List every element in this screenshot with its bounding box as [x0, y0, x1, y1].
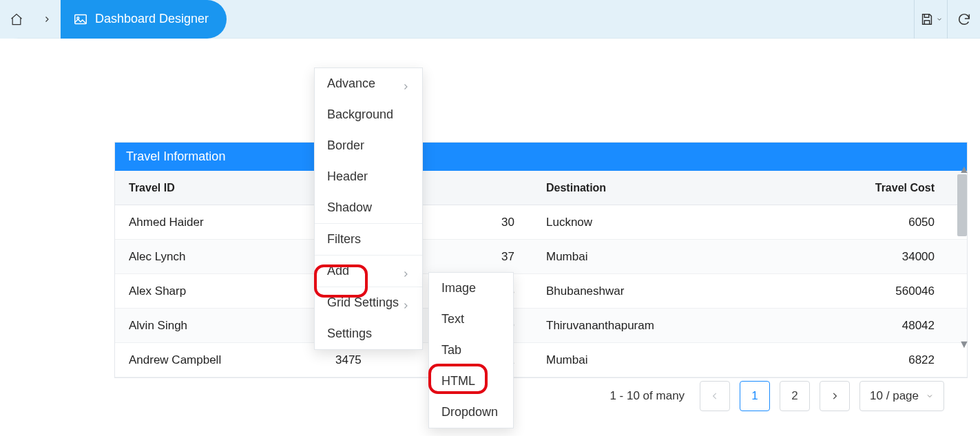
table-row[interactable]: Alex Sharp 5086 23 Bhubaneshwar 560046 [115, 274, 967, 309]
breadcrumb-title: Dashboard Designer [95, 12, 209, 26]
cell-name: Ahmed Haider [129, 216, 335, 229]
menu-header[interactable]: Header [315, 161, 422, 192]
refresh-button[interactable] [947, 0, 980, 39]
submenu-dropdown[interactable]: Dropdown [429, 397, 513, 428]
table-row[interactable]: Andrew Campbell 3475 31 Mumbai 6822 [115, 343, 967, 377]
page-prev-button[interactable] [700, 381, 730, 411]
image-icon [73, 12, 88, 27]
breadcrumb-current[interactable]: Dashboard Designer [61, 0, 227, 39]
table-row[interactable]: Alec Lynch 508 37 Mumbai 34000 [115, 240, 967, 274]
col-header-destination[interactable]: Destination [542, 182, 769, 194]
menu-settings[interactable]: Settings [315, 318, 422, 349]
chevron-right-icon [43, 14, 51, 25]
table-row[interactable]: Alvin Singh 715 19 Thiruvananthapuram 48… [115, 309, 967, 343]
menu-label: Text [441, 312, 464, 326]
cell-age: 37 [501, 250, 514, 264]
chevron-right-icon [402, 270, 410, 278]
pagination: 1 - 10 of many 1 2 10 / page [114, 375, 968, 417]
cell-name: Alvin Singh [129, 319, 335, 333]
menu-grid-settings[interactable]: Grid Settings [315, 287, 422, 318]
menu-label: Border [327, 138, 364, 153]
menu-label: Settings [327, 326, 372, 341]
menu-label: Tab [441, 343, 461, 357]
card-title: Travel Information [115, 143, 967, 171]
submenu-image[interactable]: Image [429, 273, 513, 304]
home-button[interactable] [0, 0, 33, 39]
cell-destination: Mumbai [542, 250, 769, 264]
chevron-down-icon [926, 392, 934, 400]
menu-border[interactable]: Border [315, 130, 422, 161]
menu-label: Header [327, 169, 368, 184]
menu-label: Dropdown [441, 405, 498, 419]
chevron-left-icon [710, 391, 720, 401]
cell-destination: Lucknow [542, 216, 769, 229]
chevron-right-icon [830, 391, 840, 401]
context-submenu-add: Image Text Tab HTML Dropdown [428, 272, 514, 428]
cell-cost: 48042 [769, 319, 962, 333]
chevron-down-icon [936, 16, 943, 23]
col-header-travel-id[interactable]: Travel ID [129, 182, 335, 194]
table-row[interactable]: Ahmed Haider 3602 30 Lucknow 6050 [115, 205, 967, 240]
page-2-button[interactable]: 2 [780, 381, 810, 411]
menu-label: Filters [327, 232, 361, 247]
cell-id: 3475 [335, 353, 362, 367]
menu-shadow[interactable]: Shadow [315, 192, 422, 223]
menu-label: Shadow [327, 200, 372, 215]
cell-name: Andrew Campbell [129, 353, 335, 367]
page-1-button[interactable]: 1 [740, 381, 770, 411]
home-icon [10, 12, 23, 27]
cell-destination: Bhubaneshwar [542, 284, 769, 298]
menu-advance[interactable]: Advance [315, 68, 422, 99]
scrollbar-thumb[interactable] [957, 174, 967, 236]
cell-name: Alex Sharp [129, 284, 335, 298]
grid-card: Travel Information Travel ID Destination… [114, 142, 968, 378]
grid-header: Travel ID Destination Travel Cost [115, 171, 967, 205]
menu-filters[interactable]: Filters [315, 224, 422, 255]
breadcrumb-separator [33, 0, 61, 39]
menu-label: Background [327, 107, 393, 122]
save-icon [919, 12, 935, 27]
menu-label: Grid Settings [327, 295, 399, 310]
cell-cost: 6822 [769, 353, 962, 367]
menu-background[interactable]: Background [315, 99, 422, 130]
cell-destination: Thiruvananthapuram [542, 319, 769, 333]
menu-label: HTML [441, 374, 475, 388]
refresh-icon [957, 12, 972, 27]
cell-name: Alec Lynch [129, 250, 335, 264]
menu-label: Image [441, 281, 476, 295]
chevron-right-icon [402, 83, 410, 91]
page-info: 1 - 10 of many [609, 389, 685, 403]
menu-label: Advance [327, 76, 375, 91]
scroll-down-icon[interactable]: ▼ [959, 338, 966, 345]
submenu-html[interactable]: HTML [429, 366, 513, 397]
page-next-button[interactable] [820, 381, 850, 411]
cell-cost: 34000 [769, 250, 962, 264]
cell-destination: Mumbai [542, 353, 769, 367]
top-bar: Dashboard Designer [0, 0, 980, 39]
submenu-text[interactable]: Text [429, 304, 513, 335]
toolbar-right [914, 0, 980, 39]
context-menu: Advance Background Border Header Shadow … [314, 68, 423, 350]
cell-cost: 560046 [769, 284, 962, 298]
page-size-select[interactable]: 10 / page [859, 381, 944, 411]
page-size-label: 10 / page [870, 389, 919, 403]
cell-age: 30 [501, 216, 514, 229]
submenu-tab[interactable]: Tab [429, 335, 513, 366]
breadcrumb: Dashboard Designer [0, 0, 227, 38]
menu-add[interactable]: Add [315, 256, 422, 287]
scroll-up-icon[interactable]: ▲ [959, 163, 966, 170]
menu-label: Add [327, 264, 349, 278]
cell-cost: 6050 [769, 216, 962, 229]
col-header-cost[interactable]: Travel Cost [769, 182, 962, 194]
save-button[interactable] [914, 0, 947, 39]
chevron-right-icon [402, 302, 410, 310]
